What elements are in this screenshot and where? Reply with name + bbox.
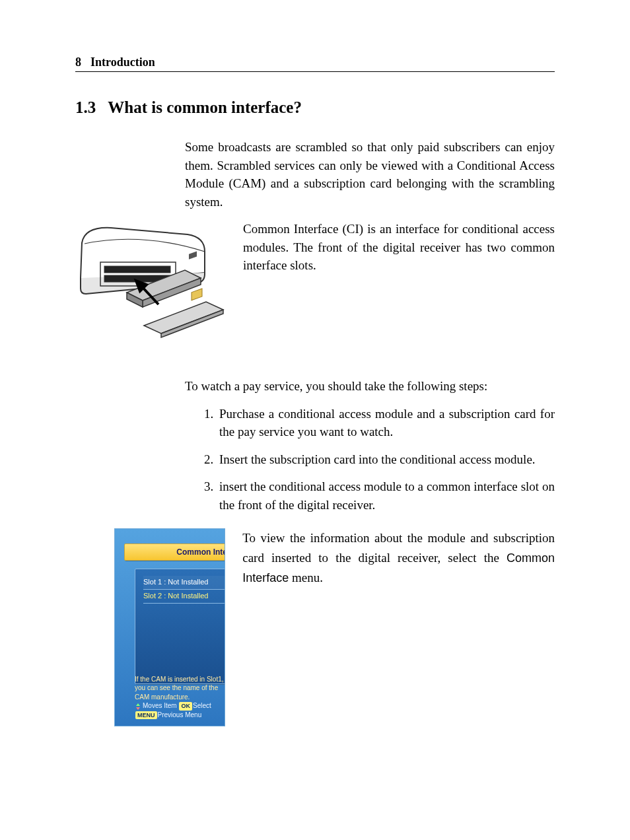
svg-rect-0 [104, 266, 170, 273]
svg-marker-13 [136, 707, 140, 710]
steps-list: Purchase a conditional access module and… [185, 405, 555, 514]
nav-moves-label: Moves Item [143, 702, 177, 709]
nav-select-label: Select [193, 702, 211, 709]
section-heading: 1.3What is common interface? [75, 98, 555, 117]
ok-button-label: OK [179, 702, 192, 710]
chapter-title: Introduction [90, 55, 155, 69]
section-number: 1.3 [75, 98, 96, 116]
step-1: Purchase a conditional access module and… [217, 405, 555, 441]
ci-window-title: Common Interface [124, 543, 225, 561]
nav-prev-label: Previous Menu [158, 711, 202, 718]
ci-nav-legend: Moves Item OKSelect MENUPrevious Menu [135, 701, 225, 719]
step-2: Insert the subscription card into the co… [217, 450, 555, 469]
view-info-paragraph: To view the information about the module… [242, 528, 555, 587]
ci-hint-line-1: If the CAM is inserted in Slot1, [135, 675, 225, 684]
p4-suffix: menu. [289, 571, 323, 584]
ci-slot-panel: Slot 1 : Not Installed Slot 2 : Not Inst… [135, 569, 225, 684]
menu-button-label: MENU [135, 711, 157, 719]
running-header: 8 Introduction [75, 55, 555, 72]
device-cam-illustration [75, 220, 231, 365]
ci-hint-line-2: you can see the name of the CAM manufact… [135, 683, 225, 701]
page-number: 8 [75, 55, 81, 69]
ci-footer: If the CAM is inserted in Slot1, you can… [135, 675, 225, 720]
svg-marker-12 [136, 703, 140, 706]
intro-paragraph-1: Some broadcasts are scrambled so that on… [185, 138, 555, 211]
step-3: insert the conditional access module to … [217, 477, 555, 514]
section-title: What is common interface? [108, 98, 302, 116]
ci-slot-2[interactable]: Slot 2 : Not Installed [143, 590, 225, 604]
arrows-icon [135, 703, 141, 710]
steps-intro: To watch a pay service, you should take … [185, 377, 555, 396]
common-interface-screenshot: Common Interface Slot 1 : Not Installed … [114, 528, 225, 726]
ci-slot-1[interactable]: Slot 1 : Not Installed [143, 576, 225, 590]
svg-rect-9 [192, 289, 202, 300]
intro-paragraph-2: Common Interface (CI) is an interface fo… [243, 220, 555, 275]
